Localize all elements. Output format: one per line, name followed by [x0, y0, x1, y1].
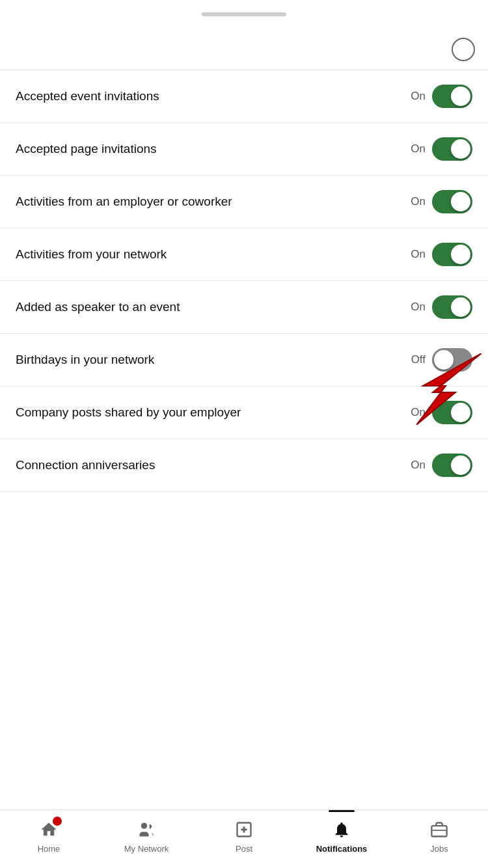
toggle-status-birthdays-network: Off: [411, 353, 426, 366]
toggle-status-added-as-speaker: On: [411, 301, 426, 314]
home-icon: [37, 818, 61, 841]
nav-item-home[interactable]: Home: [16, 818, 81, 854]
network-icon: [135, 818, 158, 841]
nav-label-notifications: Notifications: [316, 844, 368, 854]
toggle-status-accepted-event-invitations: On: [411, 90, 426, 103]
toggle-birthdays-network[interactable]: [432, 348, 472, 372]
svg-rect-5: [431, 826, 446, 836]
bottom-navigation: HomeMy NetworkPostNotificationsJobs: [0, 809, 488, 868]
toggle-knob-birthdays-network: [434, 350, 454, 370]
settings-item-connection-anniversaries: Connection anniversariesOn: [0, 439, 488, 492]
nav-active-indicator: [329, 810, 355, 812]
settings-item-accepted-page-invitations: Accepted page invitationsOn: [0, 123, 488, 176]
toggle-wrapper-activities-employer-coworker: On: [411, 190, 472, 213]
nav-badge-home: [51, 815, 63, 827]
bell-icon: [330, 818, 353, 841]
toggle-knob-accepted-page-invitations: [451, 139, 470, 159]
status-bar: [0, 0, 488, 29]
toggle-wrapper-birthdays-network: Off: [411, 348, 472, 372]
notch: [202, 12, 286, 16]
nav-item-post[interactable]: Post: [211, 818, 277, 854]
settings-item-activities-your-network: Activities from your networkOn: [0, 228, 488, 281]
toggle-wrapper-accepted-page-invitations: On: [411, 137, 472, 161]
settings-label-birthdays-network: Birthdays in your network: [16, 352, 411, 368]
settings-label-activities-employer-coworker: Activities from an employer or coworker: [16, 194, 411, 210]
toggle-status-accepted-page-invitations: On: [411, 142, 426, 156]
settings-label-accepted-page-invitations: Accepted page invitations: [16, 141, 411, 157]
toggle-knob-accepted-event-invitations: [451, 87, 470, 106]
nav-label-my-network: My Network: [124, 844, 169, 854]
settings-item-company-posts-employer: Company posts shared by your employerOn: [0, 387, 488, 439]
settings-label-added-as-speaker: Added as speaker to an event: [16, 299, 411, 316]
toggle-knob-company-posts-employer: [451, 403, 470, 422]
toggle-status-activities-your-network: On: [411, 248, 426, 261]
settings-item-birthdays-network: Birthdays in your networkOff: [0, 334, 488, 387]
toggle-wrapper-connection-anniversaries: On: [411, 454, 472, 477]
nav-label-home: Home: [38, 844, 61, 854]
nav-item-notifications[interactable]: Notifications: [309, 818, 374, 854]
toggle-knob-activities-employer-coworker: [451, 192, 470, 211]
nav-label-jobs: Jobs: [430, 844, 448, 854]
toggle-status-connection-anniversaries: On: [411, 459, 426, 472]
toggle-accepted-event-invitations[interactable]: [432, 85, 472, 108]
toggle-status-activities-employer-coworker: On: [411, 195, 426, 208]
nav-item-my-network[interactable]: My Network: [114, 818, 179, 854]
page-header: [0, 29, 488, 70]
toggle-wrapper-activities-your-network: On: [411, 243, 472, 266]
toggle-wrapper-accepted-event-invitations: On: [411, 85, 472, 108]
settings-label-company-posts-employer: Company posts shared by your employer: [16, 405, 411, 421]
toggle-status-company-posts-employer: On: [411, 406, 426, 419]
nav-item-jobs[interactable]: Jobs: [407, 818, 472, 854]
toggle-accepted-page-invitations[interactable]: [432, 137, 472, 161]
svg-point-1: [141, 823, 147, 829]
toggle-added-as-speaker[interactable]: [432, 295, 472, 319]
settings-item-activities-employer-coworker: Activities from an employer or coworkerO…: [0, 176, 488, 228]
settings-label-activities-your-network: Activities from your network: [16, 247, 411, 263]
toggle-wrapper-added-as-speaker: On: [411, 295, 472, 319]
settings-item-added-as-speaker: Added as speaker to an eventOn: [0, 281, 488, 334]
toggle-knob-connection-anniversaries: [451, 455, 470, 475]
toggle-connection-anniversaries[interactable]: [432, 454, 472, 477]
settings-list: Accepted event invitationsOnAccepted pag…: [0, 70, 488, 557]
help-button[interactable]: [452, 38, 475, 61]
settings-item-accepted-event-invitations: Accepted event invitationsOn: [0, 70, 488, 123]
toggle-company-posts-employer[interactable]: [432, 401, 472, 424]
settings-label-connection-anniversaries: Connection anniversaries: [16, 457, 411, 474]
post-icon: [232, 818, 256, 841]
jobs-icon: [427, 818, 451, 841]
settings-label-accepted-event-invitations: Accepted event invitations: [16, 88, 411, 105]
toggle-knob-activities-your-network: [451, 245, 470, 264]
toggle-activities-employer-coworker[interactable]: [432, 190, 472, 213]
toggle-activities-your-network[interactable]: [432, 243, 472, 266]
nav-label-post: Post: [236, 844, 252, 854]
toggle-wrapper-company-posts-employer: On: [411, 401, 472, 424]
toggle-knob-added-as-speaker: [451, 297, 470, 317]
